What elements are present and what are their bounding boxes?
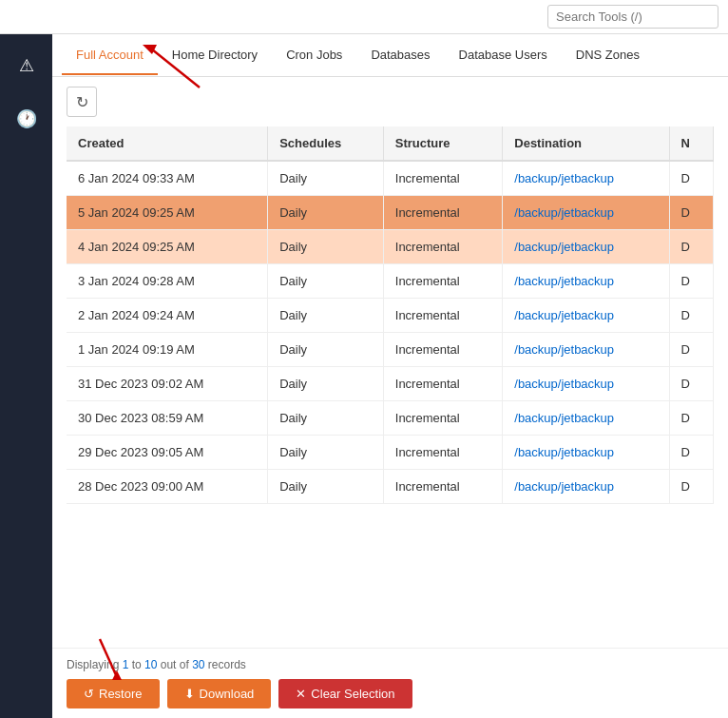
cell-schedules: Daily: [268, 367, 384, 401]
cell-created: 5 Jan 2024 09:25 AM: [67, 196, 268, 230]
footer-area: Displaying 1 to 10 out of 30 records ↺ R…: [52, 648, 728, 718]
content-area: ↻ Created Schedules Structure Destinatio…: [52, 77, 728, 648]
cell-created: 6 Jan 2024 09:33 AM: [67, 161, 268, 196]
destination-link[interactable]: /backup/jetbackup: [514, 308, 614, 322]
table-row: 1 Jan 2024 09:19 AMDailyIncremental/back…: [67, 333, 714, 367]
cell-n: D: [669, 401, 713, 436]
table-row: 2 Jan 2024 09:24 AMDailyIncremental/back…: [67, 299, 714, 333]
cell-destination: /backup/jetbackup: [503, 299, 669, 333]
action-buttons: ↺ Restore ⬇ Download ✕ Clear Selection: [67, 679, 714, 708]
table-row: 5 Jan 2024 09:25 AMDailyIncremental/back…: [67, 196, 714, 230]
cell-schedules: Daily: [268, 230, 384, 264]
sidebar: ⚠ 🕐: [0, 34, 52, 718]
restore-label: Restore: [99, 687, 143, 701]
destination-link[interactable]: /backup/jetbackup: [514, 377, 614, 391]
cell-n: D: [669, 367, 713, 401]
cell-created: 4 Jan 2024 09:25 AM: [67, 230, 268, 264]
tab-dns-zones[interactable]: DNS Zones: [562, 36, 654, 75]
cell-n: D: [669, 264, 713, 299]
restore-button[interactable]: ↺ Restore: [67, 679, 160, 708]
clock-icon[interactable]: 🕐: [10, 102, 44, 136]
cell-structure: Incremental: [383, 196, 502, 230]
cell-n: D: [669, 230, 713, 264]
tab-databases[interactable]: Databases: [356, 36, 444, 75]
clear-selection-button[interactable]: ✕ Clear Selection: [278, 679, 412, 708]
tab-cron-jobs[interactable]: Cron Jobs: [272, 36, 356, 75]
download-label: Download: [200, 687, 255, 701]
search-tools-input[interactable]: [547, 5, 718, 29]
cell-created: 31 Dec 2023 09:02 AM: [67, 367, 268, 401]
refresh-button[interactable]: ↻: [67, 87, 97, 117]
backup-table: Created Schedules Structure Destination …: [67, 126, 714, 504]
top-bar: [0, 0, 728, 34]
cell-destination: /backup/jetbackup: [503, 230, 669, 264]
table-row: 6 Jan 2024 09:33 AMDailyIncremental/back…: [67, 161, 714, 196]
cell-n: D: [669, 333, 713, 367]
cell-created: 29 Dec 2023 09:05 AM: [67, 436, 268, 470]
warning-icon[interactable]: ⚠: [10, 49, 44, 83]
records-info: Displaying 1 to 10 out of 30 records: [67, 658, 714, 671]
cell-schedules: Daily: [268, 196, 384, 230]
destination-link[interactable]: /backup/jetbackup: [514, 411, 614, 425]
cell-structure: Incremental: [383, 401, 502, 436]
clear-label: Clear Selection: [311, 687, 394, 701]
records-start: 1: [123, 658, 129, 671]
table-row: 31 Dec 2023 09:02 AMDailyIncremental/bac…: [67, 367, 714, 401]
cell-destination: /backup/jetbackup: [503, 161, 669, 196]
cell-schedules: Daily: [268, 264, 384, 299]
cell-destination: /backup/jetbackup: [503, 196, 669, 230]
download-button[interactable]: ⬇ Download: [167, 679, 272, 708]
clear-icon: ✕: [296, 687, 306, 701]
cell-structure: Incremental: [383, 333, 502, 367]
cell-created: 2 Jan 2024 09:24 AM: [67, 299, 268, 333]
main-content: Full Account Home Directory Cron Jobs Da…: [52, 34, 728, 718]
destination-link[interactable]: /backup/jetbackup: [514, 205, 614, 220]
cell-destination: /backup/jetbackup: [503, 470, 669, 504]
table-header-row: Created Schedules Structure Destination …: [67, 126, 714, 161]
records-total: 30: [192, 658, 204, 671]
cell-structure: Incremental: [383, 230, 502, 264]
table-row: 30 Dec 2023 08:59 AMDailyIncremental/bac…: [67, 401, 714, 436]
col-header-structure: Structure: [383, 126, 502, 161]
destination-link[interactable]: /backup/jetbackup: [514, 274, 614, 288]
table-row: 29 Dec 2023 09:05 AMDailyIncremental/bac…: [67, 436, 714, 470]
cell-schedules: Daily: [268, 470, 384, 504]
cell-n: D: [669, 299, 713, 333]
col-header-schedules: Schedules: [268, 126, 384, 161]
destination-link[interactable]: /backup/jetbackup: [514, 342, 614, 357]
cell-created: 30 Dec 2023 08:59 AM: [67, 401, 268, 436]
col-header-created: Created: [67, 126, 268, 161]
col-header-n: N: [669, 126, 713, 161]
tab-home-directory[interactable]: Home Directory: [158, 36, 272, 75]
table-row: 28 Dec 2023 09:00 AMDailyIncremental/bac…: [67, 470, 714, 504]
cell-schedules: Daily: [268, 161, 384, 196]
destination-link[interactable]: /backup/jetbackup: [514, 240, 614, 254]
cell-schedules: Daily: [268, 436, 384, 470]
cell-destination: /backup/jetbackup: [503, 367, 669, 401]
cell-structure: Incremental: [383, 264, 502, 299]
cell-destination: /backup/jetbackup: [503, 333, 669, 367]
cell-structure: Incremental: [383, 470, 502, 504]
records-end: 10: [144, 658, 157, 671]
cell-structure: Incremental: [383, 299, 502, 333]
cell-created: 3 Jan 2024 09:28 AM: [67, 264, 268, 299]
col-header-destination: Destination: [503, 126, 669, 161]
cell-n: D: [669, 161, 713, 196]
cell-n: D: [669, 436, 713, 470]
cell-schedules: Daily: [268, 299, 384, 333]
tab-full-account[interactable]: Full Account: [62, 36, 158, 75]
cell-schedules: Daily: [268, 333, 384, 367]
cell-structure: Incremental: [383, 436, 502, 470]
tab-database-users[interactable]: Database Users: [445, 36, 562, 75]
cell-n: D: [669, 470, 713, 504]
cell-structure: Incremental: [383, 367, 502, 401]
svg-line-0: [152, 77, 200, 87]
cell-n: D: [669, 196, 713, 230]
destination-link[interactable]: /backup/jetbackup: [514, 445, 614, 459]
cell-created: 1 Jan 2024 09:19 AM: [67, 333, 268, 367]
destination-link[interactable]: /backup/jetbackup: [514, 171, 614, 185]
main-layout: ⚠ 🕐 Full Account Home Directory Cron Job…: [0, 34, 728, 718]
table-row: 3 Jan 2024 09:28 AMDailyIncremental/back…: [67, 264, 714, 299]
cell-structure: Incremental: [383, 161, 502, 196]
destination-link[interactable]: /backup/jetbackup: [514, 479, 614, 494]
